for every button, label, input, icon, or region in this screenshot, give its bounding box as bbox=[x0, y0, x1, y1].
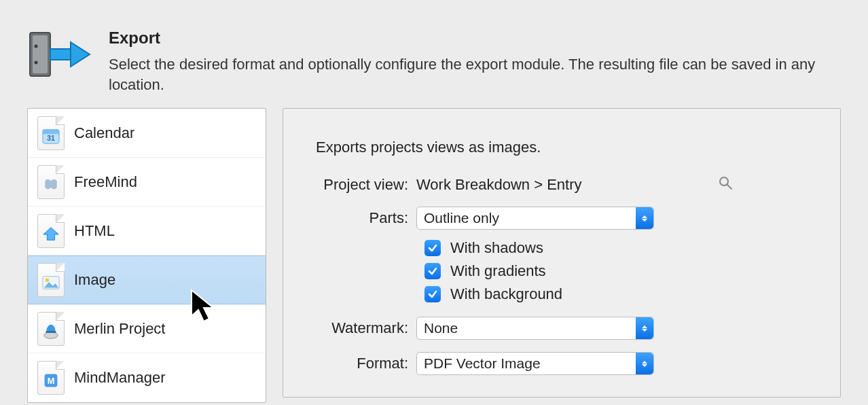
header: Export Select the desired format and opt… bbox=[0, 0, 868, 108]
svg-rect-9 bbox=[43, 130, 59, 135]
checkbox-label: With gradients bbox=[450, 262, 546, 280]
svg-marker-11 bbox=[43, 228, 58, 241]
header-description: Select the desired format and optionally… bbox=[109, 54, 841, 94]
svg-line-20 bbox=[727, 185, 731, 189]
sidebar-item-calendar[interactable]: 31 Calendar bbox=[28, 109, 266, 158]
svg-rect-4 bbox=[50, 49, 71, 60]
merlin-icon bbox=[37, 312, 65, 346]
format-select[interactable]: PDF Vector Image bbox=[416, 352, 654, 375]
project-view-value: Work Breakdown > Entry bbox=[416, 176, 582, 194]
svg-marker-5 bbox=[71, 42, 90, 67]
svg-text:31: 31 bbox=[47, 135, 55, 142]
header-title: Export bbox=[109, 29, 841, 48]
sidebar-item-mindmanager[interactable]: M MindManager bbox=[28, 353, 266, 402]
sidebar-item-html[interactable]: HTML bbox=[28, 207, 266, 256]
svg-rect-1 bbox=[33, 35, 48, 73]
sidebar-item-label: Image bbox=[74, 271, 115, 289]
chevron-updown-icon bbox=[636, 207, 653, 229]
watermark-select[interactable]: None bbox=[416, 317, 654, 340]
sidebar-item-label: HTML bbox=[74, 222, 115, 240]
image-icon bbox=[37, 263, 65, 297]
search-icon[interactable] bbox=[718, 175, 733, 194]
mindmanager-icon: M bbox=[37, 361, 65, 395]
checkbox-label: With background bbox=[450, 285, 562, 303]
parts-select-value: Outline only bbox=[424, 210, 499, 226]
format-select-value: PDF Vector Image bbox=[424, 355, 541, 372]
chevron-updown-icon bbox=[636, 317, 653, 339]
svg-point-15 bbox=[44, 332, 58, 338]
sidebar-item-label: Merlin Project bbox=[74, 320, 165, 338]
export-icon bbox=[27, 29, 92, 80]
svg-point-19 bbox=[720, 177, 728, 186]
format-label: Format: bbox=[316, 355, 416, 372]
calendar-icon: 31 bbox=[37, 116, 65, 150]
parts-select[interactable]: Outline only bbox=[416, 207, 654, 230]
checkbox-shadows[interactable]: With shadows bbox=[424, 239, 808, 257]
svg-text:M: M bbox=[48, 376, 55, 387]
checkbox-icon bbox=[424, 263, 441, 279]
svg-point-2 bbox=[35, 45, 38, 48]
checkbox-label: With shadows bbox=[450, 239, 543, 257]
sidebar-item-freemind[interactable]: FreeMind bbox=[28, 158, 266, 207]
watermark-label: Watermark: bbox=[316, 319, 416, 337]
panel-description: Exports projects views as images. bbox=[316, 139, 808, 156]
sidebar-item-merlin[interactable]: Merlin Project bbox=[28, 304, 266, 353]
sidebar-item-label: FreeMind bbox=[74, 173, 137, 191]
chevron-updown-icon bbox=[636, 353, 653, 374]
project-view-label: Project view: bbox=[316, 176, 416, 194]
freemind-icon bbox=[37, 165, 65, 199]
svg-point-13 bbox=[46, 279, 50, 283]
checkbox-background[interactable]: With background bbox=[424, 285, 808, 303]
html-icon bbox=[37, 214, 65, 248]
sidebar-item-image[interactable]: Image bbox=[28, 256, 266, 304]
sidebar-item-label: Calendar bbox=[74, 124, 134, 142]
checkbox-icon bbox=[424, 286, 441, 302]
checkbox-gradients[interactable]: With gradients bbox=[424, 262, 808, 280]
format-sidebar: 31 Calendar FreeMind bbox=[27, 108, 266, 403]
svg-point-3 bbox=[35, 61, 38, 65]
svg-rect-16 bbox=[46, 331, 56, 333]
watermark-select-value: None bbox=[424, 320, 458, 336]
parts-label: Parts: bbox=[316, 209, 416, 227]
settings-panel: Exports projects views as images. Projec… bbox=[283, 108, 841, 398]
checkbox-icon bbox=[424, 240, 441, 256]
sidebar-item-label: MindManager bbox=[74, 369, 166, 387]
